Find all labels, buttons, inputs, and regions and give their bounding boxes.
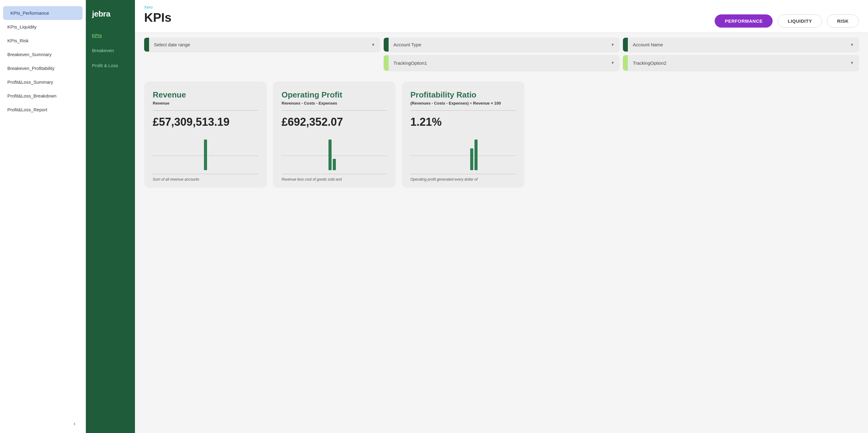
chart-bar — [333, 159, 336, 171]
nav-item-profit-loss[interactable]: Profit & Loss — [86, 58, 135, 73]
card-footer-operating-profit: Revenue less cost of goods sold and — [282, 174, 387, 182]
liquidity-button[interactable]: LIQUIDITY — [777, 14, 822, 28]
top-nav-buttons: PERFORMANCE LIQUIDITY RISK — [715, 14, 859, 28]
sidebar-item-kpis-liquidity[interactable]: KPIs_Liquidity — [0, 20, 86, 34]
filters-row2: TrackingOption1 ▼ TrackingOption2 ▼ — [135, 52, 868, 75]
card-chart-operating-profit — [282, 133, 387, 170]
filter-empty — [144, 55, 380, 70]
chart-bar-group — [311, 133, 357, 170]
account-type-filter: Account Type ▼ — [384, 38, 620, 52]
nav-panel: jebra KPIsBreakevenProfit & Loss — [86, 0, 135, 433]
card-divider-revenue — [153, 111, 258, 111]
sidebar-item-breakeven-profitability[interactable]: Breakeven_Profitability — [0, 61, 86, 75]
account-name-select[interactable]: Account Name ▼ — [628, 38, 859, 52]
tracking-option1-accent — [384, 55, 389, 70]
account-type-label: Account Type — [394, 42, 422, 47]
chart-bar — [474, 140, 477, 170]
account-name-filter: Account Name ▼ — [623, 38, 859, 52]
account-type-accent — [384, 38, 389, 52]
card-divider-operating-profit — [282, 111, 387, 111]
chart-bar — [470, 148, 473, 170]
xero-label: Xero — [144, 5, 172, 9]
performance-button[interactable]: PERFORMANCE — [715, 14, 773, 28]
date-range-label: Select date range — [154, 42, 190, 47]
kpi-card-profitability-ratio: Profitability Ratio (Revenues - Costs - … — [402, 82, 525, 188]
card-subtitle-profitability-ratio: (Revenues - Costs - Expenses) ÷ Revenue … — [410, 101, 516, 105]
tracking-option2-label: TrackingOption2 — [633, 60, 666, 66]
date-range-filter: Select date range ▼ — [144, 38, 380, 52]
date-range-accent — [144, 38, 149, 52]
nav-logo: jebra — [86, 6, 135, 28]
main-content: Xero KPIs PERFORMANCE LIQUIDITY RISK Sel… — [135, 0, 868, 433]
sidebar: KPIs_PerformanceKPIs_LiquidityKPIs_RiskB… — [0, 0, 86, 433]
card-divider-profitability-ratio — [410, 111, 516, 111]
risk-button[interactable]: RISK — [827, 14, 859, 28]
card-title-profitability-ratio: Profitability Ratio — [410, 90, 516, 100]
card-title-revenue: Revenue — [153, 90, 258, 100]
card-subtitle-revenue: Revenue — [153, 101, 258, 105]
card-chart-profitability-ratio — [410, 133, 516, 170]
kpi-card-revenue: Revenue Revenue £57,309,513.19 Sum of al… — [144, 82, 267, 188]
card-chart-revenue — [153, 133, 258, 170]
account-name-accent — [623, 38, 628, 52]
sidebar-item-kpis-risk[interactable]: KPIs_Risk — [0, 34, 86, 48]
chart-bar — [329, 140, 332, 170]
chart-bar-group — [183, 133, 228, 170]
tracking-option2-select[interactable]: TrackingOption2 ▼ — [628, 55, 859, 70]
filters-row1: Select date range ▼ Account Type ▼ Accou… — [135, 33, 868, 52]
kpi-cards-area: Revenue Revenue £57,309,513.19 Sum of al… — [135, 75, 868, 194]
card-footer-revenue: Sum of all revenue accounts — [153, 174, 258, 182]
tracking-option1-label: TrackingOption1 — [394, 60, 427, 66]
nav-item-breakeven[interactable]: Breakeven — [86, 43, 135, 58]
tracking-option2-filter: TrackingOption2 ▼ — [623, 55, 859, 70]
page-title: KPIs — [144, 11, 172, 25]
header-area: Xero KPIs PERFORMANCE LIQUIDITY RISK — [135, 0, 868, 33]
sidebar-item-kpis-performance[interactable]: KPIs_Performance — [3, 6, 83, 20]
card-subtitle-operating-profit: Revenues - Costs - Expenses — [282, 101, 387, 105]
date-range-select[interactable]: Select date range ▼ — [149, 38, 380, 52]
nav-item-kpis[interactable]: KPIs — [86, 28, 135, 43]
sidebar-item-profit-loss-summary[interactable]: Profit&Loss_Summary — [0, 75, 86, 89]
sidebar-item-profit-loss-report[interactable]: Profit&Loss_Report — [0, 103, 86, 117]
card-footer-profitability-ratio: Operating profit generated every dollar … — [410, 174, 516, 182]
card-value-operating-profit: £692,352.07 — [282, 116, 387, 128]
chart-bar — [204, 140, 207, 170]
account-type-select[interactable]: Account Type ▼ — [389, 38, 620, 52]
tracking-option1-select[interactable]: TrackingOption1 ▼ — [389, 55, 620, 70]
chart-bar-group — [440, 133, 486, 170]
card-value-revenue: £57,309,513.19 — [153, 116, 258, 128]
account-name-chevron: ▼ — [850, 42, 854, 47]
tracking-option2-chevron: ▼ — [850, 61, 854, 65]
date-range-chevron: ▼ — [371, 42, 375, 47]
kpi-card-operating-profit: Operating Profit Revenues - Costs - Expe… — [273, 82, 396, 188]
sidebar-item-profit-loss-breakdown[interactable]: Profit&Loss_Breakdown — [0, 89, 86, 103]
account-type-chevron: ▼ — [611, 42, 614, 47]
account-name-label: Account Name — [633, 42, 663, 47]
tracking-option1-filter: TrackingOption1 ▼ — [384, 55, 620, 70]
sidebar-collapse-button[interactable]: ‹ — [73, 421, 75, 427]
tracking-option1-chevron: ▼ — [611, 61, 614, 65]
tracking-option2-accent — [623, 55, 628, 70]
card-title-operating-profit: Operating Profit — [282, 90, 387, 100]
sidebar-item-breakeven-summary[interactable]: Breakeven_Summary — [0, 48, 86, 61]
card-value-profitability-ratio: 1.21% — [410, 116, 516, 128]
